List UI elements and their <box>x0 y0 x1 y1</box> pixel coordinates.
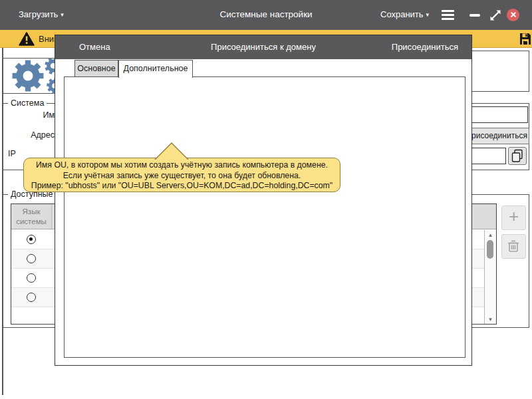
system-fieldset-legend: Система <box>8 98 47 108</box>
background-join-button[interactable]: рисоединиться <box>466 128 529 144</box>
table-scrollbar[interactable]: ▲ ▼ <box>484 230 496 324</box>
language-radio[interactable] <box>27 273 36 283</box>
trash-icon <box>502 235 525 257</box>
expand-button[interactable] <box>489 9 502 22</box>
tab-content-panel <box>64 76 466 358</box>
title-bar: Загрузить▾ Системные настройки Сохранить… <box>0 0 532 30</box>
save-floppy-icon[interactable] <box>519 32 532 46</box>
save-menu[interactable]: Сохранить▾ <box>380 9 429 19</box>
scroll-down-icon[interactable]: ▼ <box>485 317 496 323</box>
ou-tooltip: Имя OU, в котором мы хотим создать учётн… <box>23 158 340 192</box>
tooltip-line: Если учётная запись уже существует, то о… <box>24 171 340 182</box>
scroll-up-icon[interactable]: ▲ <box>485 232 496 238</box>
tooltip-line: Пример: "ubhosts" или "OU=UBL Servers,OU… <box>24 181 340 192</box>
join-domain-dialog: Отмена Присоединиться к домену Присоедин… <box>55 35 472 366</box>
join-button[interactable]: Присоединиться <box>392 42 458 52</box>
tooltip-pointer <box>154 142 190 160</box>
language-radio[interactable] <box>27 254 36 263</box>
add-language-button[interactable]: + <box>501 205 526 230</box>
scrollbar-thumb[interactable] <box>487 240 493 259</box>
dialog-header: Отмена Присоединиться к домену Присоедин… <box>55 35 471 59</box>
window-border <box>2 48 3 395</box>
language-radio[interactable] <box>27 293 36 302</box>
copy-button[interactable] <box>508 147 527 165</box>
language-radio[interactable] <box>27 235 36 244</box>
minimize-button[interactable] <box>469 14 480 17</box>
delete-language-button[interactable] <box>501 234 526 259</box>
warning-triangle-icon <box>19 32 35 46</box>
chevron-down-icon: ▾ <box>426 11 430 18</box>
language-column-header: Язык системы <box>11 207 51 227</box>
tab-additional[interactable]: Дополнительное <box>118 60 193 78</box>
hamburger-menu-icon[interactable] <box>442 10 454 20</box>
ip-label: IP <box>8 149 16 158</box>
close-button[interactable] <box>507 9 519 21</box>
app-window: Система Им Адрес IP рисоединиться Доступ… <box>0 0 532 399</box>
name-label: Им <box>27 110 55 120</box>
address-label: Адрес <box>12 130 55 140</box>
copy-pages-icon <box>509 148 525 164</box>
tab-basic[interactable]: Основное <box>74 60 118 77</box>
tooltip-line: Имя OU, в котором мы хотим создать учётн… <box>24 160 340 171</box>
